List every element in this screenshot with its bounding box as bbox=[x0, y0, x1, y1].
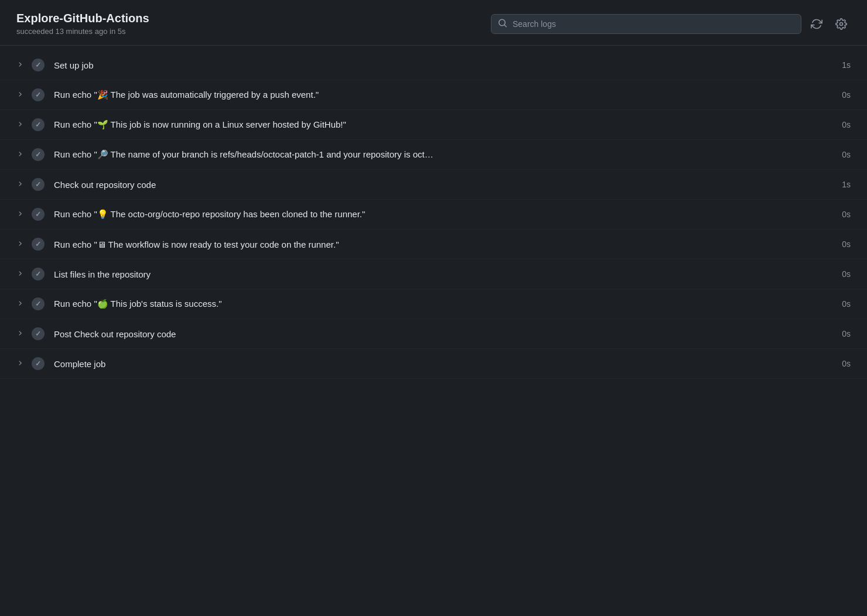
status-icon bbox=[32, 297, 45, 310]
job-duration: 0s bbox=[834, 120, 851, 129]
page-subtitle: succeeded 13 minutes ago in 5s bbox=[16, 27, 149, 36]
chevron-right-icon bbox=[16, 359, 23, 368]
header-left: Explore-GitHub-Actions succeeded 13 minu… bbox=[16, 12, 149, 36]
job-label: Run echo "🎉 The job was automatically tr… bbox=[54, 90, 834, 100]
job-duration: 1s bbox=[834, 180, 851, 189]
job-label: Run echo "🌱 This job is now running on a… bbox=[54, 119, 834, 130]
status-icon bbox=[32, 59, 45, 71]
chevron-right-icon bbox=[16, 210, 23, 219]
status-icon bbox=[32, 208, 45, 221]
chevron-right-icon bbox=[16, 150, 23, 159]
settings-button[interactable] bbox=[832, 15, 851, 33]
table-row[interactable]: Complete job 0s bbox=[0, 349, 867, 379]
job-duration: 0s bbox=[834, 269, 851, 279]
svg-point-0 bbox=[840, 22, 843, 25]
page-title: Explore-GitHub-Actions bbox=[16, 12, 149, 25]
status-icon bbox=[32, 178, 45, 191]
job-duration: 0s bbox=[834, 329, 851, 338]
check-circle bbox=[32, 327, 45, 340]
chevron-right-icon bbox=[16, 269, 23, 279]
table-row[interactable]: Run echo "🌱 This job is now running on a… bbox=[0, 110, 867, 140]
table-row[interactable]: Run echo "🍏 This job's status is success… bbox=[0, 289, 867, 319]
chevron-right-icon bbox=[16, 180, 23, 189]
check-circle bbox=[32, 88, 45, 101]
status-icon bbox=[32, 238, 45, 251]
chevron-right-icon bbox=[16, 329, 23, 338]
chevron-right-icon bbox=[16, 120, 23, 129]
check-circle bbox=[32, 59, 45, 71]
job-duration: 1s bbox=[834, 60, 851, 70]
job-label: Set up job bbox=[54, 60, 834, 70]
search-input[interactable] bbox=[491, 14, 801, 34]
table-row[interactable]: Run echo "🎉 The job was automatically tr… bbox=[0, 80, 867, 110]
check-circle bbox=[32, 178, 45, 191]
job-duration: 0s bbox=[834, 239, 851, 249]
table-row[interactable]: Run echo "🖥 The workflow is now ready to… bbox=[0, 230, 867, 259]
job-duration: 0s bbox=[834, 90, 851, 100]
status-icon bbox=[32, 148, 45, 161]
job-label: Check out repository code bbox=[54, 180, 834, 190]
status-icon bbox=[32, 118, 45, 131]
job-label: Run echo "💡 The octo-org/octo-repo repos… bbox=[54, 209, 834, 220]
status-icon bbox=[32, 88, 45, 101]
header-right bbox=[491, 14, 851, 34]
job-label: Post Check out repository code bbox=[54, 329, 834, 339]
check-circle bbox=[32, 118, 45, 131]
table-row[interactable]: Post Check out repository code 0s bbox=[0, 319, 867, 349]
settings-icon bbox=[835, 18, 847, 30]
job-label: List files in the repository bbox=[54, 269, 834, 279]
check-circle bbox=[32, 148, 45, 161]
table-row[interactable]: Set up job 1s bbox=[0, 50, 867, 80]
check-circle bbox=[32, 297, 45, 310]
job-duration: 0s bbox=[834, 359, 851, 368]
job-duration: 0s bbox=[834, 299, 851, 309]
status-icon bbox=[32, 268, 45, 280]
status-icon bbox=[32, 357, 45, 370]
job-label: Run echo "🍏 This job's status is success… bbox=[54, 299, 834, 309]
table-row[interactable]: List files in the repository 0s bbox=[0, 259, 867, 289]
refresh-button[interactable] bbox=[807, 15, 826, 33]
refresh-icon bbox=[811, 18, 822, 30]
check-circle bbox=[32, 268, 45, 280]
table-row[interactable]: Check out repository code 1s bbox=[0, 170, 867, 200]
chevron-right-icon bbox=[16, 60, 23, 70]
search-container bbox=[491, 14, 801, 34]
table-row[interactable]: Run echo "💡 The octo-org/octo-repo repos… bbox=[0, 200, 867, 230]
job-label: Complete job bbox=[54, 359, 834, 369]
table-row[interactable]: Run echo "🔎 The name of your branch is r… bbox=[0, 140, 867, 170]
chevron-right-icon bbox=[16, 239, 23, 249]
job-duration: 0s bbox=[834, 210, 851, 219]
jobs-list: Set up job 1s Run echo "🎉 The job was au… bbox=[0, 46, 867, 384]
status-icon bbox=[32, 327, 45, 340]
check-circle bbox=[32, 208, 45, 221]
check-circle bbox=[32, 357, 45, 370]
header: Explore-GitHub-Actions succeeded 13 minu… bbox=[0, 0, 867, 46]
job-label: Run echo "🔎 The name of your branch is r… bbox=[54, 149, 834, 160]
chevron-right-icon bbox=[16, 90, 23, 100]
check-circle bbox=[32, 238, 45, 251]
chevron-right-icon bbox=[16, 299, 23, 309]
job-label: Run echo "🖥 The workflow is now ready to… bbox=[54, 239, 834, 249]
job-duration: 0s bbox=[834, 150, 851, 159]
